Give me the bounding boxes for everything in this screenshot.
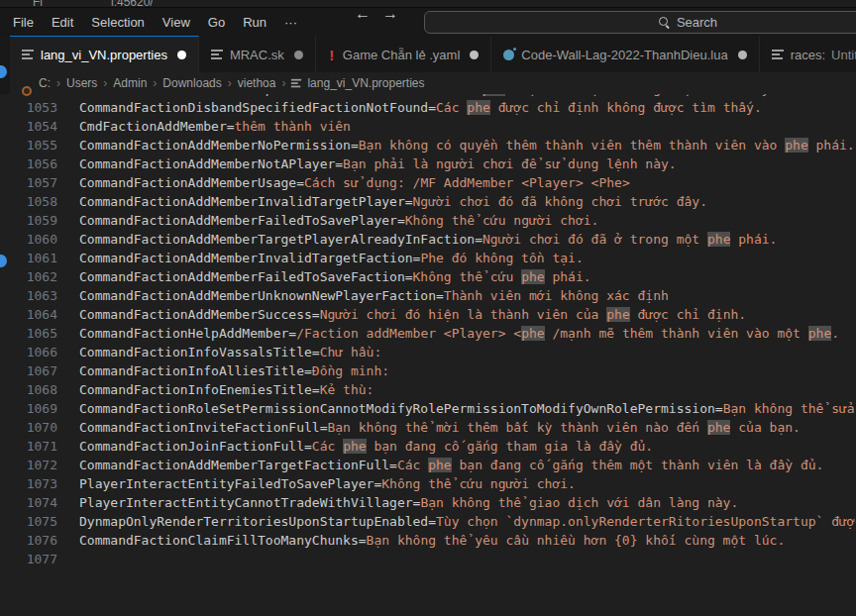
search-placeholder: Search bbox=[677, 15, 717, 30]
property-key: PlayerInteractEntityCannotTradeWithVilla… bbox=[79, 495, 420, 510]
code-line-inner: 1058CommandFactionAddMemberInvalidTarget… bbox=[0, 192, 707, 211]
code-text: CommandFactionClaimFillTooManyChunks=Bạn… bbox=[79, 531, 785, 550]
search-match-highlight: phe bbox=[521, 269, 544, 284]
chevron-right-icon: › bbox=[52, 76, 65, 90]
line-number: 1071 bbox=[0, 437, 57, 456]
breadcrumb-item[interactable]: Downloads bbox=[161, 76, 222, 90]
code-text: CommandFactionAddMemberFailedToSavePlaye… bbox=[79, 211, 598, 230]
property-key: CommandFactionAddMemberTargetPlayerAlrea… bbox=[79, 232, 482, 247]
property-value: Các bbox=[397, 458, 428, 472]
code-editor[interactable]: 1052CommandFactionDisbandUnspecifiedFact… bbox=[0, 94, 856, 616]
chevron-right-icon: › bbox=[223, 76, 237, 90]
menu-item-selection[interactable]: Selection bbox=[82, 12, 153, 33]
code-line[interactable]: 1055CommandFactionAddMemberNoPermission=… bbox=[0, 136, 856, 154]
code-line-inner: 1068CommandFactionInfoEnemiesTitle=Kẻ th… bbox=[0, 380, 374, 399]
line-number: 1074 bbox=[0, 493, 57, 512]
editor-tab[interactable]: lang_vi_VN.properties bbox=[10, 36, 199, 73]
menu-item-view[interactable]: View bbox=[154, 12, 199, 33]
property-value: Người chơi đó đã ở trong một bbox=[482, 232, 707, 247]
property-value: /Faction addMember <Player> < bbox=[296, 326, 521, 341]
nav-forward-icon[interactable]: → bbox=[379, 4, 401, 24]
code-text: CommandFactionRoleSetPermissionCannotMod… bbox=[79, 399, 855, 418]
property-key: CommandFactionJoinFactionFull= bbox=[79, 439, 312, 454]
code-line[interactable]: 1063CommandFactionAddMemberUnknownNewPla… bbox=[0, 286, 856, 305]
code-line[interactable]: 1067CommandFactionInfoAlliesTitle=Đồng m… bbox=[0, 361, 856, 380]
command-center-search[interactable]: Search bbox=[424, 11, 856, 34]
code-text: CommandFactionDisbandSpecifiedFactionNot… bbox=[79, 98, 762, 117]
property-key: CommandFactionInviteFactionFull= bbox=[79, 420, 327, 435]
search-match-highlight: phe bbox=[808, 326, 831, 341]
code-line-inner: 1074PlayerInteractEntityCannotTradeWithV… bbox=[0, 493, 738, 512]
code-line[interactable]: 1065CommandFactionHelpAddMember=/Faction… bbox=[0, 324, 856, 343]
breadcrumb: C:›Users›Admin›Downloads›viethoa›lang_vi… bbox=[10, 72, 856, 94]
modified-dot-icon[interactable] bbox=[294, 51, 303, 59]
code-line[interactable]: 1054CmdFactionAddMember=thêm thành viên bbox=[0, 117, 856, 136]
code-line-inner: 1076CommandFactionClaimFillTooManyChunks… bbox=[0, 531, 785, 550]
line-number: 1076 bbox=[0, 531, 57, 550]
property-key: CommandFactionInfoVassalsTitle= bbox=[79, 345, 320, 359]
editor-tab[interactable]: !Game Chẵn lẻ .yaml bbox=[316, 36, 492, 72]
code-line[interactable]: 1059CommandFactionAddMemberFailedToSaveP… bbox=[0, 211, 856, 230]
breadcrumb-file[interactable]: lang_vi_VN.properties bbox=[290, 76, 424, 90]
editor-tab[interactable]: races:Untitled bbox=[760, 36, 856, 72]
code-line[interactable]: 1066CommandFactionInfoVassalsTitle=Chư h… bbox=[0, 343, 856, 361]
property-key: CommandFactionInfoEnemiesTitle= bbox=[79, 382, 320, 397]
search-match-highlight: phe bbox=[343, 439, 366, 454]
property-value: phái. bbox=[808, 138, 855, 153]
menu-item-edit[interactable]: Edit bbox=[43, 12, 82, 33]
editor-tab[interactable]: MRAC.sk bbox=[199, 36, 316, 72]
property-key: CommandFactionRoleSetPermissionCannotMod… bbox=[79, 401, 723, 416]
property-value: được chỉ định không được tìm thấy. bbox=[490, 100, 762, 115]
code-line[interactable]: 1058CommandFactionAddMemberInvalidTarget… bbox=[0, 192, 856, 211]
property-value: Các bbox=[312, 439, 343, 454]
code-line[interactable]: 1073PlayerInteractEntityFailedToSavePlay… bbox=[0, 474, 856, 493]
code-line[interactable]: 1064CommandFactionAddMemberSuccess=Người… bbox=[0, 305, 856, 324]
code-line[interactable]: 1076CommandFactionClaimFillTooManyChunks… bbox=[0, 531, 856, 550]
modified-dot-icon[interactable] bbox=[177, 51, 186, 59]
code-line[interactable]: 1071CommandFactionJoinFactionFull=Các ph… bbox=[0, 437, 856, 456]
nav-back-icon[interactable]: ← bbox=[352, 4, 374, 24]
property-value: phái. bbox=[545, 269, 591, 284]
property-value: Cách sử dụng: /MF AddMember <Player> <Ph… bbox=[304, 175, 630, 190]
editor-tab[interactable]: Code-Wall-Lag-2022-ThanhDieu.lua bbox=[491, 36, 759, 72]
breadcrumb-item[interactable]: C: bbox=[38, 76, 52, 90]
breadcrumb-item[interactable]: viethoa bbox=[237, 76, 277, 90]
code-line[interactable]: 1053CommandFactionDisbandSpecifiedFactio… bbox=[0, 98, 856, 117]
code-line-inner: 1057CommandFactionAddMemberUsage=Cách sử… bbox=[0, 173, 630, 192]
code-line[interactable]: 1056CommandFactionAddMemberNotAPlayer=Bạ… bbox=[0, 154, 856, 173]
line-number: 1057 bbox=[0, 173, 57, 192]
menu-item-run[interactable]: Run bbox=[234, 12, 275, 33]
property-value: Chư hầu: bbox=[320, 345, 382, 359]
line-number: 1077 bbox=[0, 550, 57, 568]
modified-dot-icon[interactable] bbox=[738, 51, 747, 59]
sliver-text: Fl bbox=[33, 0, 43, 8]
code-line[interactable]: 1060CommandFactionAddMemberTargetPlayerA… bbox=[0, 230, 856, 249]
code-line[interactable]: 1062CommandFactionAddMemberFailedToSaveF… bbox=[0, 267, 856, 286]
property-key: CommandFactionAddMemberFailedToSavePlaye… bbox=[79, 213, 405, 228]
property-value: Các bbox=[436, 100, 467, 115]
property-value: Tùy chọn `dynmap.onlyRenderterRitoriesUp… bbox=[436, 514, 856, 529]
code-line[interactable]: 1077 bbox=[0, 550, 856, 568]
code-line[interactable]: 1075DynmapOnlyRenderTerritoriesUponStart… bbox=[0, 512, 856, 531]
menu-item-[interactable]: ··· bbox=[275, 12, 306, 33]
menu-item-file[interactable]: File bbox=[4, 12, 43, 33]
code-line[interactable]: 1061CommandFactionAddMemberInvalidTarget… bbox=[0, 249, 856, 267]
modified-dot-icon[interactable] bbox=[470, 51, 479, 59]
line-number: 1058 bbox=[0, 192, 57, 211]
code-line[interactable]: 1070CommandFactionInviteFactionFull=Bạn … bbox=[0, 418, 856, 437]
property-key: CommandFactionAddMemberNoPermission= bbox=[79, 138, 359, 153]
breadcrumb-item[interactable]: Admin bbox=[112, 76, 148, 90]
property-key: PlayerInteractEntityFailedToSavePlayer= bbox=[79, 476, 381, 491]
warning-file-icon: ! bbox=[328, 47, 336, 63]
code-line[interactable]: 1074PlayerInteractEntityCannotTradeWithV… bbox=[0, 493, 856, 512]
code-line[interactable]: 1069CommandFactionRoleSetPermissionCanno… bbox=[0, 399, 856, 418]
code-line[interactable]: 1068CommandFactionInfoEnemiesTitle=Kẻ th… bbox=[0, 380, 856, 399]
menu-item-go[interactable]: Go bbox=[199, 12, 234, 33]
code-line[interactable]: 1072CommandFactionAddMemberTargetFaction… bbox=[0, 456, 856, 474]
code-line-inner: 1054CmdFactionAddMember=thêm thành viên bbox=[0, 117, 351, 136]
line-number: 1062 bbox=[0, 267, 57, 286]
tab-description: Untitled bbox=[831, 48, 856, 62]
code-text: CommandFactionHelpAddMember=/Faction add… bbox=[79, 324, 839, 343]
code-line[interactable]: 1057CommandFactionAddMemberUsage=Cách sử… bbox=[0, 173, 856, 192]
breadcrumb-item[interactable]: Users bbox=[65, 76, 98, 90]
